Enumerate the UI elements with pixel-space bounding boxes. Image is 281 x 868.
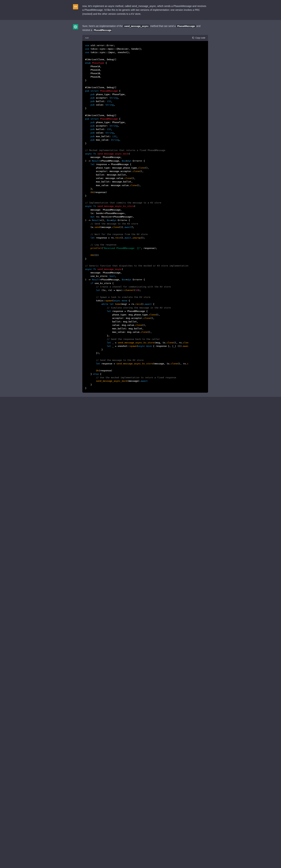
code-token: tx. bbox=[85, 226, 95, 228]
code-token: value: bbox=[95, 103, 105, 106]
code-token: phase_type: msg.phase_type. bbox=[85, 313, 149, 316]
code-token: Result bbox=[92, 278, 100, 281]
code-token: enum bbox=[85, 62, 91, 64]
code-token: dyn bbox=[112, 219, 116, 221]
code-token: pub bbox=[91, 124, 94, 127]
code-token: pub bbox=[91, 103, 94, 106]
code-token: (), bbox=[156, 313, 160, 316]
code-token: pub bbox=[91, 93, 94, 96]
code-token: let bbox=[91, 237, 94, 239]
code-token: channel bbox=[125, 289, 134, 291]
code-token: String bbox=[110, 96, 118, 99]
code-token: phase_type: PhaseType, bbox=[95, 93, 126, 96]
code-token: async bbox=[138, 345, 145, 347]
code-token: send_message_async_mock bbox=[96, 380, 127, 382]
code-token: else bbox=[93, 373, 99, 375]
code-token: ) -> bbox=[85, 278, 92, 281]
code-token bbox=[85, 93, 91, 96]
assistant-avatar bbox=[73, 24, 78, 29]
code-token: message: PhaseAMessage, bbox=[85, 271, 122, 274]
code-token: clone bbox=[135, 324, 142, 327]
code-token bbox=[85, 296, 96, 299]
code-token: Ok bbox=[91, 254, 93, 256]
code-token: use bbox=[85, 51, 89, 54]
code-token: (), bbox=[150, 317, 154, 319]
code-token: max_ballot: message.ballot, bbox=[85, 180, 133, 183]
code-token: // Wait for the response from the KV sto… bbox=[91, 233, 148, 236]
code-token: println! bbox=[91, 247, 101, 249]
code-token: spawn bbox=[105, 299, 112, 302]
code-token bbox=[85, 338, 107, 340]
code-token: } bbox=[85, 348, 103, 351]
code-token bbox=[99, 118, 100, 120]
code-token: send_message_async_kv_store bbox=[118, 341, 154, 344]
code-token: ( bbox=[134, 205, 135, 208]
code-header: rust Copy code bbox=[82, 35, 208, 41]
code-token: Box bbox=[122, 278, 126, 281]
code-token: phase_type: PhaseType, bbox=[95, 121, 126, 124]
code-token: pub bbox=[85, 118, 89, 120]
copy-code-label: Copy code bbox=[195, 36, 205, 39]
code-token: _ = bbox=[111, 341, 118, 344]
code-token: pub bbox=[91, 138, 94, 141]
code-token: ()). bbox=[119, 226, 125, 228]
copy-code-button[interactable]: Copy code bbox=[192, 36, 205, 39]
code-token: while bbox=[101, 303, 108, 305]
code-token bbox=[85, 306, 107, 309]
code-token: (()) bbox=[93, 254, 99, 256]
code-token bbox=[85, 131, 91, 134]
code-token: tokio::sync::{mpsc, oneshot}; bbox=[89, 51, 130, 54]
code-token: pub bbox=[91, 128, 94, 130]
code-token bbox=[85, 138, 91, 141]
code-token: { bbox=[99, 373, 101, 375]
code-token: dyn bbox=[127, 278, 131, 281]
code-token: use_kv_store: bbox=[85, 275, 110, 277]
intro-code-3: PhaseBMessage bbox=[93, 29, 112, 32]
code-token: Error>> { bbox=[116, 219, 130, 221]
code-token: tokio::sync::mpsc::{Receiver, Sender}; bbox=[89, 48, 142, 50]
code-token: } bbox=[85, 107, 87, 110]
intro-code-1: send_message_async bbox=[123, 25, 150, 28]
code-token: }; bbox=[85, 334, 110, 337]
code-token: await bbox=[145, 303, 152, 305]
code-token: c bbox=[187, 362, 188, 365]
code-token: max_ballot: msg.ballot, bbox=[85, 327, 144, 330]
code-token: max_ballot: bbox=[95, 135, 112, 138]
code-token: PhaseBMessage bbox=[100, 118, 118, 120]
code-token: fn bbox=[93, 268, 96, 271]
code-token: ) -> bbox=[85, 219, 92, 221]
assistant-message-content: Sure, here's an implementation of the se… bbox=[82, 24, 208, 393]
code-token: i32 bbox=[112, 135, 116, 138]
code-token: response = PhaseBMessage { bbox=[95, 163, 131, 166]
code-token: #[derive(Clone, Debug)] bbox=[85, 58, 116, 61]
code-token: // Spawn a task to simulate the KV store bbox=[96, 296, 150, 299]
code-token: , bbox=[115, 275, 116, 277]
code-token: awai bbox=[183, 345, 188, 347]
code-token: send_message_async bbox=[97, 268, 122, 271]
code-token: ( bbox=[122, 268, 123, 271]
clipboard-icon bbox=[192, 37, 194, 39]
code-token: (response) bbox=[99, 369, 112, 372]
code-token: "Received PhaseBMessage: {}" bbox=[103, 247, 141, 249]
code-body[interactable]: use std::error::Error; use tokio::sync::… bbox=[82, 41, 208, 393]
code-token: let bbox=[96, 289, 100, 291]
code-token: (), bbox=[145, 166, 149, 169]
code-token: pub bbox=[85, 90, 89, 92]
code-token: <(), bbox=[100, 219, 107, 221]
code-token: } bbox=[85, 194, 87, 197]
code-token: (). bbox=[121, 237, 125, 239]
code-token bbox=[92, 152, 93, 155]
code-token: clone bbox=[125, 177, 131, 180]
code-token: i32 bbox=[107, 100, 111, 102]
code-token: // Log the response bbox=[91, 243, 116, 246]
code-token bbox=[91, 62, 92, 64]
svg-rect-0 bbox=[193, 37, 194, 39]
code-token: let bbox=[107, 345, 111, 347]
code-token bbox=[85, 376, 96, 379]
code-token: use bbox=[85, 44, 89, 47]
code-token: { bbox=[152, 303, 155, 305]
code-token: } bbox=[85, 257, 87, 260]
code-token: async bbox=[85, 205, 92, 208]
code-token bbox=[85, 247, 91, 249]
code-token: PhaseAMessage bbox=[100, 90, 118, 92]
